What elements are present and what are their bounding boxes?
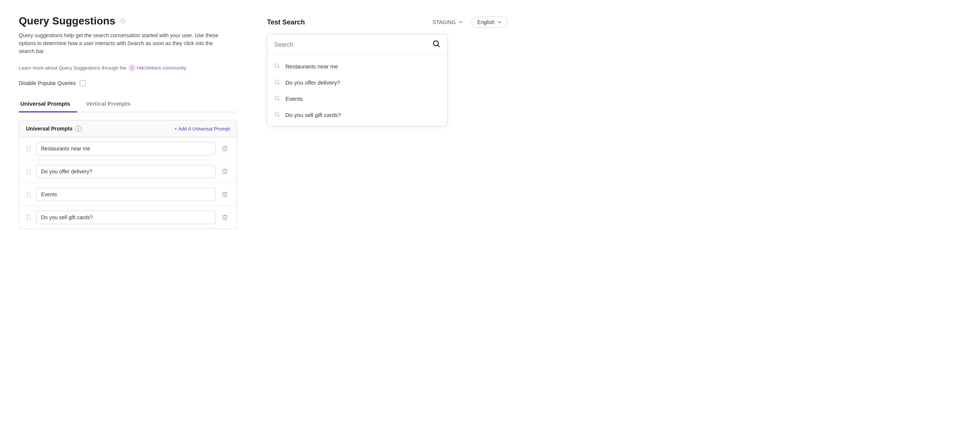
svg-point-8 xyxy=(275,112,278,116)
drag-dot xyxy=(27,192,28,193)
delete-prompt-3-icon[interactable] xyxy=(220,190,230,199)
suggestion-item[interactable]: Restaurants near me xyxy=(267,58,447,75)
drag-dots xyxy=(27,192,31,198)
drag-handle[interactable] xyxy=(26,191,32,198)
drag-dot xyxy=(27,215,28,216)
staging-selector[interactable]: STAGING xyxy=(428,17,468,27)
drag-dot xyxy=(29,169,30,170)
staging-label: STAGING xyxy=(433,19,456,25)
drag-dot xyxy=(29,196,30,198)
search-input-row xyxy=(267,34,447,55)
prompts-table-header: Universal Prompts i + Add A Universal Pr… xyxy=(19,120,237,137)
prompt-row xyxy=(19,160,237,183)
drag-dot xyxy=(29,217,30,218)
suggestion-search-icon xyxy=(274,63,280,70)
disable-queries-label: Disable Popular Queries xyxy=(19,80,76,86)
suggestion-search-icon xyxy=(274,79,280,86)
drag-dot xyxy=(29,174,30,174)
info-icon[interactable]: i xyxy=(76,126,82,132)
favorite-icon[interactable]: ☆ xyxy=(119,16,127,26)
suggestion-text-4: Do you sell gift cards? xyxy=(285,112,341,118)
test-search-input[interactable] xyxy=(274,41,428,48)
search-icon[interactable] xyxy=(432,40,441,49)
test-search-section: Test Search STAGING English xyxy=(267,15,508,126)
drag-dot xyxy=(29,150,30,151)
suggestion-item[interactable]: Events xyxy=(267,91,447,107)
drag-dot xyxy=(29,148,30,149)
drag-dot xyxy=(27,169,28,170)
suggestion-search-icon xyxy=(274,95,280,102)
drag-dot xyxy=(29,194,30,195)
svg-line-5 xyxy=(278,83,279,84)
drag-dot xyxy=(29,171,30,172)
suggestion-item[interactable]: Do you offer delivery? xyxy=(267,75,447,91)
disable-queries-checkbox[interactable] xyxy=(80,80,86,86)
drag-dot xyxy=(27,196,28,198)
disable-queries-row: Disable Popular Queries xyxy=(19,80,237,86)
prompt-input-4[interactable] xyxy=(36,210,215,224)
delete-prompt-1-icon[interactable] xyxy=(220,143,230,153)
drag-dots xyxy=(27,169,31,174)
suggestion-text-2: Do you offer delivery? xyxy=(285,79,340,86)
drag-handle[interactable] xyxy=(26,168,32,175)
prompts-table-header-left: Universal Prompts i xyxy=(26,126,82,132)
hitchhikers-icon: ⚡ xyxy=(129,64,135,71)
drag-handle[interactable] xyxy=(26,214,32,221)
prompt-row xyxy=(19,206,237,229)
svg-point-4 xyxy=(275,80,278,83)
staging-chevron-icon xyxy=(458,19,463,25)
drag-dots xyxy=(27,146,31,151)
test-search-controls: STAGING English xyxy=(428,16,508,28)
suggestion-text-1: Restaurants near me xyxy=(285,63,338,70)
prompt-input-1[interactable] xyxy=(36,142,215,155)
drag-dot xyxy=(27,194,28,195)
community-link-row: Learn more about Query Suggestions throu… xyxy=(19,64,237,71)
community-link-prefix: Learn more about Query Suggestions throu… xyxy=(19,65,126,71)
community-link-label: Hitchhikers community xyxy=(137,65,186,71)
search-suggestions: Restaurants near me Do you offer deliver… xyxy=(267,55,447,126)
suggestion-item[interactable]: Do you sell gift cards? xyxy=(267,107,447,123)
prompt-row xyxy=(19,137,237,160)
prompt-input-3[interactable] xyxy=(36,188,215,201)
drag-dot xyxy=(27,217,28,218)
svg-line-1 xyxy=(438,45,439,47)
language-selector[interactable]: English xyxy=(472,16,508,28)
language-label: English xyxy=(477,19,495,25)
drag-dot xyxy=(27,219,28,220)
add-universal-prompt-link[interactable]: + Add A Universal Prompt xyxy=(174,126,230,132)
tabs-row: Universal Prompts Vertical Prompts xyxy=(19,97,237,112)
svg-line-3 xyxy=(278,67,279,68)
tab-vertical-prompts[interactable]: Vertical Prompts xyxy=(84,97,137,112)
search-box-container: Restaurants near me Do you offer deliver… xyxy=(267,34,447,126)
universal-prompts-label: Universal Prompts xyxy=(26,126,73,132)
language-chevron-icon xyxy=(497,19,502,25)
universal-prompts-table: Universal Prompts i + Add A Universal Pr… xyxy=(19,120,237,229)
tab-universal-prompts[interactable]: Universal Prompts xyxy=(19,97,77,112)
drag-handle[interactable] xyxy=(26,145,32,152)
test-search-title: Test Search xyxy=(267,18,305,26)
page-description: Query suggestions help get the search co… xyxy=(19,32,229,55)
drag-dot xyxy=(27,148,28,149)
delete-prompt-4-icon[interactable] xyxy=(220,212,230,222)
svg-line-9 xyxy=(278,115,279,116)
drag-dot xyxy=(29,219,30,220)
drag-dot xyxy=(27,150,28,151)
test-search-header: Test Search STAGING English xyxy=(267,16,508,28)
svg-point-6 xyxy=(275,96,278,100)
prompt-row xyxy=(19,183,237,206)
community-link[interactable]: ⚡ Hitchhikers community xyxy=(129,64,186,71)
svg-point-2 xyxy=(275,64,278,67)
drag-dots xyxy=(27,215,31,220)
prompt-input-2[interactable] xyxy=(36,165,215,178)
drag-dot xyxy=(29,215,30,216)
svg-line-7 xyxy=(278,99,279,100)
drag-dot xyxy=(27,174,28,174)
drag-dot xyxy=(27,146,28,147)
drag-dot xyxy=(29,146,30,147)
suggestion-text-3: Events xyxy=(285,96,303,102)
drag-dot xyxy=(29,192,30,193)
page-title: Query Suggestions xyxy=(19,15,115,27)
drag-dot xyxy=(27,171,28,172)
suggestion-search-icon xyxy=(274,111,280,118)
delete-prompt-2-icon[interactable] xyxy=(220,167,230,176)
